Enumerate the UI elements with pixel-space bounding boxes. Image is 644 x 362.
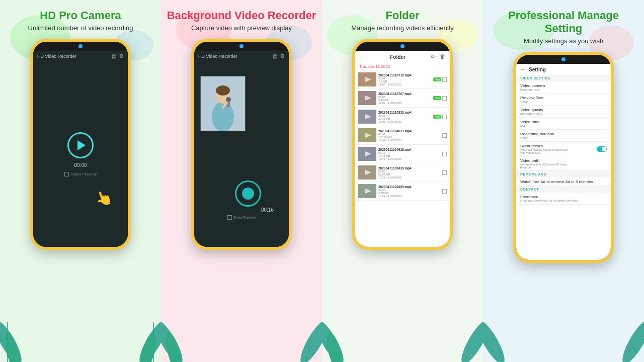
- video-info: 20230411110719.mp400:04 7.3 MB 11:07 - 1…: [378, 73, 431, 86]
- video-actions: [442, 170, 447, 175]
- panel-2-title: Background Video Recorder: [167, 9, 316, 22]
- settings-item[interactable]: Video ratio4:3: [516, 118, 611, 130]
- svg-point-9: [216, 85, 230, 96]
- video-checkbox[interactable]: [442, 77, 447, 82]
- s3-edit-icon[interactable]: ✏: [431, 53, 436, 60]
- video-checkbox[interactable]: [442, 170, 447, 175]
- s1-gear-icon[interactable]: ⚙: [119, 53, 124, 59]
- video-meta: 00:07 9.92 MB 11:07 - 11/04/2023: [378, 96, 431, 105]
- settings-item-label: Watch free Ad to remove Ad in 5 minutes: [520, 179, 593, 184]
- s2-preview-checkbox[interactable]: [227, 215, 232, 220]
- video-thumbnail: [358, 184, 376, 198]
- settings-item[interactable]: Video path/storage/emulated/0/Movies/HD …: [516, 156, 611, 171]
- panel-settings: Professional Manage Setting Modify setti…: [483, 0, 644, 362]
- s1-preview-checkbox[interactable]: [64, 172, 69, 176]
- settings-item[interactable]: FeedbackRate and feedback us for better …: [516, 193, 611, 205]
- s1-hand-icon: 👆: [93, 188, 115, 209]
- s2-icons: ▤ ⚙: [273, 53, 285, 59]
- list-item[interactable]: 20230411102409.mp400:03 3.38 MB 10:24 - …: [355, 182, 450, 201]
- s2-preview-row: Show Preview: [227, 215, 256, 220]
- svg-point-33: [483, 317, 509, 362]
- video-actions: [442, 189, 447, 194]
- s1-record-button[interactable]: [67, 132, 94, 158]
- s2-topbar: HD Video Recorder ▤ ⚙: [194, 51, 289, 61]
- s2-girl-svg: [201, 76, 245, 131]
- settings-item-value: medium quality: [520, 112, 543, 116]
- video-checkbox[interactable]: [442, 115, 447, 119]
- video-filename: 20230411104933.mp4: [378, 129, 440, 133]
- list-item[interactable]: 20230411104919.mp400:12 14.45 MB 10:49 -…: [355, 145, 450, 163]
- settings-item[interactable]: Watch free Ad to remove Ad in 5 minutes: [516, 177, 611, 186]
- s1-folder-icon[interactable]: ▤: [112, 53, 116, 59]
- s4-topbar: ← Setting: [516, 64, 611, 75]
- s2-gear-icon[interactable]: ⚙: [280, 53, 285, 59]
- phone-2: HD Video Recorder ▤ ⚙: [191, 39, 292, 250]
- s1-icons: ▤ ⚙: [112, 53, 124, 59]
- phone-4-notch: [516, 55, 611, 64]
- settings-item-label: Video quality: [520, 108, 543, 112]
- video-checkbox[interactable]: [442, 189, 447, 194]
- s2-preview-image: [201, 76, 245, 131]
- video-info: 20230411102439.mp405:00 53.53 MB 10:24 -…: [378, 166, 440, 179]
- s1-play-icon: [77, 140, 86, 150]
- phone-1-notch: [33, 42, 128, 51]
- phone-3-notch: [355, 42, 450, 51]
- list-item[interactable]: 20230411110332.mp403:33 22.11 MB 11:03 -…: [355, 108, 450, 126]
- panel-2-subtitle: Capture video with preview display: [191, 24, 292, 32]
- video-checkbox[interactable]: [442, 133, 447, 138]
- s3-folder-title: Folder: [390, 54, 406, 60]
- settings-item[interactable]: Recording duration5 min: [516, 130, 611, 142]
- panel-4-title: Professional Manage Setting: [488, 9, 639, 35]
- settings-item[interactable]: Video qualitymedium quality: [516, 106, 611, 118]
- s4-back-icon[interactable]: ←: [520, 66, 526, 72]
- leaf-right-1: [126, 292, 161, 362]
- video-checkbox[interactable]: [442, 96, 447, 101]
- s2-preview-label: Show Preview: [233, 216, 256, 219]
- svg-point-1: [2, 331, 24, 362]
- video-actions: [442, 133, 447, 138]
- settings-item[interactable]: Silent recordVideo will have no sound. I…: [516, 142, 611, 156]
- panel-1-subtitle: Unlimited number of video recording: [28, 24, 133, 32]
- panel-hd-camera: HD Pro Camera Unlimited number of video …: [0, 0, 161, 362]
- settings-item-label: Feedback: [520, 195, 578, 199]
- s1-timer: 00:00: [74, 162, 87, 168]
- list-item[interactable]: 20230411110707.mp400:07 9.92 MB 11:07 - …: [355, 89, 450, 108]
- panel-4-subtitle: Modify settings as you wish: [524, 37, 603, 45]
- svg-point-34: [618, 317, 644, 362]
- leaf-left-4: [483, 292, 518, 362]
- settings-item[interactable]: Preview SizeSmall: [516, 94, 611, 106]
- video-filename: 20230411110707.mp4: [378, 92, 431, 96]
- s2-record-active-button[interactable]: [235, 180, 261, 207]
- screen-4: ← Setting VIDEO SETTINGVideo cameraBack …: [516, 64, 611, 260]
- list-item[interactable]: 20230411110719.mp400:04 7.3 MB 11:07 - 1…: [355, 70, 450, 89]
- settings-item-value: 5 min: [520, 136, 554, 140]
- list-item[interactable]: 20230411104933.mp405:01 102.86 MB 10:49 …: [355, 126, 450, 145]
- s3-icons: ✏ 🗑: [431, 53, 446, 60]
- video-info: 20230411104933.mp405:01 102.86 MB 10:49 …: [378, 129, 440, 142]
- video-thumbnail: [358, 91, 376, 105]
- s3-back-icon[interactable]: ←: [359, 54, 365, 60]
- svg-point-3: [135, 317, 161, 362]
- leaf-right-4: [609, 292, 644, 362]
- video-actions: New: [433, 77, 447, 82]
- list-item[interactable]: 20230411102439.mp405:00 53.53 MB 10:24 -…: [355, 163, 450, 182]
- s2-app-title: HD Video Recorder: [198, 54, 237, 59]
- s2-folder-icon[interactable]: ▤: [273, 53, 277, 59]
- video-info: 20230411104919.mp400:12 14.45 MB 10:49 -…: [378, 148, 440, 160]
- video-meta: 05:01 102.86 MB 10:49 - 11/04/2023: [378, 133, 440, 142]
- panel-1-title: HD Pro Camera: [40, 9, 121, 22]
- leaf-right-3: [448, 292, 483, 362]
- svg-point-0: [0, 317, 26, 362]
- s3-date: Tue, Apr 11 2023: [355, 63, 450, 70]
- video-checkbox[interactable]: [442, 152, 447, 156]
- video-meta: 00:12 14.45 MB 10:49 - 11/04/2023: [378, 151, 440, 160]
- video-filename: 20230411110719.mp4: [378, 73, 431, 77]
- svg-point-14: [163, 331, 185, 362]
- settings-item-label: Silent record: [520, 144, 571, 148]
- video-thumbnail: [358, 165, 376, 179]
- video-thumbnail: [358, 110, 376, 124]
- silent-record-toggle[interactable]: [597, 146, 607, 152]
- settings-item[interactable]: Video cameraBack camera: [516, 81, 611, 94]
- settings-item-value: /storage/emulated/0/Movies/HD Video Reco…: [520, 163, 571, 169]
- s3-delete-icon[interactable]: 🗑: [440, 53, 446, 60]
